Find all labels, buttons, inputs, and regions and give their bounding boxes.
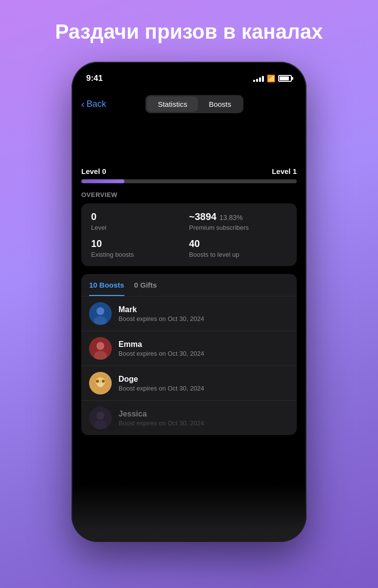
- nav-bar: ‹ Back Statistics Boosts: [71, 88, 307, 118]
- boost-expires: Boost expires on Oct 30, 2024: [118, 419, 289, 427]
- level-bar-section: Level 0 Level 1: [71, 167, 307, 191]
- overview-premium-value: ~3894 13.83%: [189, 211, 287, 222]
- overview-premium-desc: Premium subscribers: [189, 224, 287, 231]
- overview-existing-desc: Existing boosts: [91, 251, 189, 258]
- tab-statistics[interactable]: Statistics: [147, 97, 198, 112]
- signal-bar-4: [262, 76, 264, 82]
- signal-bar-2: [256, 79, 258, 82]
- svg-point-8: [96, 380, 99, 383]
- svg-point-4: [96, 342, 104, 350]
- signal-bar-1: [253, 80, 255, 82]
- boosts-card: 10 Boosts 0 Gifts: [81, 274, 297, 435]
- boosts-section: 10 Boosts 0 Gifts: [71, 274, 307, 542]
- overview-existing-value: 10: [91, 238, 189, 249]
- boost-expires: Boost expires on Oct 30, 2024: [118, 315, 289, 322]
- overview-premium-percent: 13.83%: [219, 214, 242, 221]
- avatar: [89, 337, 112, 360]
- overview-premium: ~3894 13.83% Premium subscribers: [189, 211, 287, 231]
- boost-name: Emma: [118, 340, 289, 349]
- level-bar-labels: Level 0 Level 1: [81, 167, 297, 175]
- overview-card: 0 Level ~3894 13.83% Premium subscribers: [81, 203, 297, 266]
- overview-label: OVERVIEW: [81, 191, 297, 198]
- page-title: Раздачи призов в каналах: [36, 20, 343, 44]
- svg-point-9: [102, 380, 105, 383]
- battery-icon: [278, 75, 292, 82]
- signal-bar-3: [259, 77, 261, 82]
- boost-info: Mark Boost expires on Oct 30, 2024: [118, 305, 289, 322]
- overview-level-desc: Level: [91, 224, 189, 231]
- overview-existing-boosts: 10 Existing boosts: [91, 238, 189, 258]
- overview-row-2: 10 Existing boosts 40 Boosts to level up: [91, 238, 287, 258]
- boost-name: Doge: [118, 375, 289, 384]
- overview-level: 0 Level: [91, 211, 189, 231]
- tab-boosts[interactable]: Boosts: [198, 97, 242, 112]
- back-button[interactable]: ‹ Back: [81, 98, 106, 110]
- boosts-tab-boosts[interactable]: 10 Boosts: [89, 281, 124, 296]
- battery-fill: [280, 76, 289, 80]
- phone-content: ‹ Back Statistics Boosts Level 0 Level 1…: [71, 88, 307, 542]
- boost-info: Emma Boost expires on Oct 30, 2024: [118, 340, 289, 357]
- overview-levelup-desc: Boosts to level up: [189, 251, 287, 258]
- svg-point-10: [97, 383, 103, 387]
- back-label[interactable]: Back: [87, 99, 106, 109]
- boost-expires: Boost expires on Oct 30, 2024: [118, 350, 289, 357]
- status-time: 9:41: [86, 74, 103, 83]
- level-start-label: Level 0: [81, 167, 106, 175]
- tab-group: Statistics Boosts: [145, 95, 243, 113]
- avatar: [89, 302, 112, 325]
- boost-info: Jessica Boost expires on Oct 30, 2024: [118, 410, 289, 427]
- svg-point-12: [96, 412, 104, 419]
- level-bar-track: [81, 179, 297, 183]
- list-item[interactable]: Emma Boost expires on Oct 30, 2024: [81, 331, 297, 366]
- boost-name: Mark: [118, 305, 289, 314]
- boost-name: Jessica: [118, 410, 289, 418]
- svg-point-1: [96, 307, 104, 315]
- list-item[interactable]: Mark Boost expires on Oct 30, 2024: [81, 296, 297, 331]
- signal-bars-icon: [253, 75, 264, 82]
- overview-section: OVERVIEW 0 Level ~3894 13.83%: [71, 191, 307, 274]
- status-icons: 📶: [253, 74, 292, 82]
- overview-level-value: 0: [91, 211, 189, 222]
- boost-expires: Boost expires on Oct 30, 2024: [118, 385, 289, 392]
- avatar: [89, 372, 112, 394]
- boost-list: Mark Boost expires on Oct 30, 2024: [81, 296, 297, 435]
- boosts-tabs: 10 Boosts 0 Gifts: [81, 274, 297, 296]
- overview-row-1: 0 Level ~3894 13.83% Premium subscribers: [91, 211, 287, 231]
- back-chevron-icon: ‹: [81, 98, 85, 110]
- boost-info: Doge Boost expires on Oct 30, 2024: [118, 375, 289, 392]
- overview-levelup-value: 40: [189, 238, 287, 249]
- overview-level-up-boosts: 40 Boosts to level up: [189, 238, 287, 258]
- list-item[interactable]: Jessica Boost expires on Oct 30, 2024: [81, 401, 297, 435]
- status-bar: 9:41 📶: [71, 62, 307, 88]
- avatar: [89, 407, 112, 429]
- list-item[interactable]: Doge Boost expires on Oct 30, 2024: [81, 366, 297, 401]
- level-end-label: Level 1: [272, 167, 297, 175]
- progress-chart-area: [71, 118, 307, 167]
- wifi-icon: 📶: [267, 74, 275, 82]
- boosts-tab-gifts[interactable]: 0 Gifts: [134, 281, 157, 296]
- level-bar-fill: [81, 179, 124, 183]
- phone-frame: 9:41 📶 ‹ Back Statistics Boosts: [71, 62, 307, 542]
